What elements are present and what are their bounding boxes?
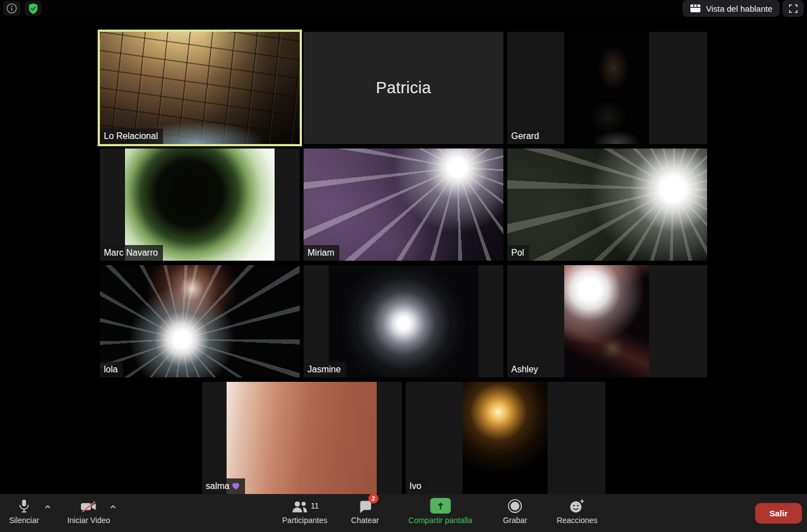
participant-name: salma xyxy=(206,481,230,491)
record-label: Grabar xyxy=(503,516,527,525)
video-feed-two-lights xyxy=(100,265,300,377)
grid-row-1: Lo Relacional Patricia Gerard xyxy=(0,32,807,144)
mute-button[interactable]: Silenciar xyxy=(9,498,39,525)
fullscreen-icon xyxy=(789,4,798,13)
chat-button[interactable]: 2 Chatear xyxy=(351,498,379,525)
shield-check-icon xyxy=(28,3,39,15)
zoom-meeting-window: Vista del hablante Lo Relacional Patrici… xyxy=(0,0,807,532)
microphone-icon xyxy=(17,499,31,514)
start-video-label: Iniciar Video xyxy=(68,516,111,525)
share-screen-icon xyxy=(430,498,450,514)
participant-name: Jasmine xyxy=(308,364,341,375)
participants-label: Participantes xyxy=(282,516,328,525)
audio-options-chevron[interactable] xyxy=(44,501,51,511)
participant-name-label: Ivo xyxy=(406,478,426,494)
participant-name-label: Gerard xyxy=(507,128,544,144)
top-right-controls: Vista del hablante xyxy=(683,0,804,17)
participant-name-label: salma xyxy=(202,478,246,494)
reactions-label: Reacciones xyxy=(556,516,597,525)
grid-row-3: lola Jasmine Ashley xyxy=(0,265,807,377)
participants-icon xyxy=(291,500,309,514)
video-tile-jasmine[interactable]: Jasmine xyxy=(304,265,503,377)
participant-name-label: Lo Relacional xyxy=(100,128,163,144)
video-feed-dark-room xyxy=(564,32,649,144)
participant-name-label: lola xyxy=(100,362,123,377)
video-tile-salma[interactable]: salma xyxy=(202,382,402,494)
reactions-icon xyxy=(569,499,585,514)
video-tile-pol[interactable]: Pol xyxy=(507,148,707,261)
participant-name: Ivo xyxy=(410,481,421,491)
video-grid: Lo Relacional Patricia Gerard Marc Navar… xyxy=(0,32,807,499)
video-tile-ivo[interactable]: Ivo xyxy=(406,382,606,494)
participant-name: Miriam xyxy=(308,247,334,258)
grid-row-2: Marc Navarro Miriam Pol xyxy=(0,148,807,261)
video-feed-salmon-gradient xyxy=(227,382,377,494)
video-tile-ashley[interactable]: Ashley xyxy=(507,265,707,377)
video-feed-glowing-orb xyxy=(329,265,479,377)
top-bar: Vista del hablante xyxy=(0,0,807,17)
chat-unread-badge: 2 xyxy=(368,493,378,504)
video-tile-miriam[interactable]: Miriam xyxy=(304,148,503,261)
record-button[interactable]: Grabar xyxy=(503,498,527,525)
meeting-toolbar: Silenciar Iniciar Video xyxy=(0,494,807,532)
participant-name: Ashley xyxy=(511,364,538,375)
fullscreen-button[interactable] xyxy=(782,0,804,17)
reactions-button[interactable]: Reacciones xyxy=(556,498,597,525)
participant-name: Gerard xyxy=(511,131,539,141)
participant-name: Lo Relacional xyxy=(104,131,158,141)
video-feed-lightbulb xyxy=(463,382,547,494)
grid-row-4: salma Ivo xyxy=(0,382,807,494)
chat-label: Chatear xyxy=(351,516,379,525)
participant-name: Marc Navarro xyxy=(104,247,158,258)
participants-count: 11 xyxy=(311,501,319,510)
video-tile-patricia[interactable]: Patricia xyxy=(304,32,503,144)
video-feed-dark-circle xyxy=(125,148,275,261)
video-tile-gerard[interactable]: Gerard xyxy=(507,32,707,144)
meeting-info-button[interactable] xyxy=(3,1,20,16)
video-options-chevron[interactable] xyxy=(109,501,117,511)
video-feed-disco-ball xyxy=(100,32,300,144)
video-tile-lola[interactable]: lola xyxy=(100,265,300,377)
leave-meeting-button[interactable]: Salir xyxy=(755,503,802,524)
participant-name-label: Ashley xyxy=(507,362,543,377)
video-feed-flashlight xyxy=(304,148,503,261)
video-tile-lo-relacional[interactable]: Lo Relacional xyxy=(100,32,300,144)
chevron-up-icon xyxy=(44,505,51,509)
info-icon xyxy=(6,3,17,14)
participant-name-label: Pol xyxy=(507,245,529,261)
camera-off-icon xyxy=(80,500,98,514)
speaker-view-icon xyxy=(690,4,701,13)
chevron-up-icon xyxy=(109,505,117,509)
mute-label: Silenciar xyxy=(9,516,39,525)
share-screen-button[interactable]: Compartir pantalla xyxy=(409,498,472,525)
participant-name-label: Miriam xyxy=(304,245,339,261)
video-feed-light-streaks xyxy=(564,265,649,377)
share-screen-label: Compartir pantalla xyxy=(409,516,472,525)
speaker-view-label: Vista del hablante xyxy=(706,4,772,13)
speaker-view-button[interactable]: Vista del hablante xyxy=(683,0,780,17)
participant-name-label: Marc Navarro xyxy=(100,245,163,261)
participant-name-centered: Patricia xyxy=(304,32,503,144)
purple-heart-icon xyxy=(232,482,240,490)
start-video-button[interactable]: Iniciar Video xyxy=(68,498,111,525)
video-feed-bright-light xyxy=(507,148,707,261)
record-icon xyxy=(507,499,522,514)
video-tile-marc-navarro[interactable]: Marc Navarro xyxy=(100,148,300,261)
participant-name: Pol xyxy=(511,247,524,258)
participants-button[interactable]: 11 Participantes xyxy=(282,498,328,525)
participant-name: lola xyxy=(104,364,118,375)
participant-name-label: Jasmine xyxy=(304,362,346,377)
encryption-status-button[interactable] xyxy=(25,1,41,16)
